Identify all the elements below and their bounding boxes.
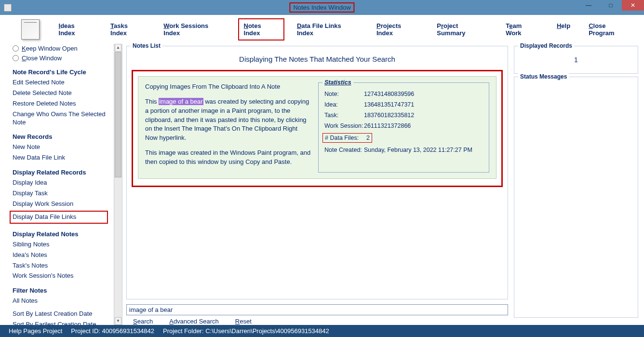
search-button[interactable]: Search <box>133 318 153 325</box>
maximize-button[interactable]: □ <box>600 0 622 11</box>
nav-ideas-index[interactable]: Ideas Index <box>59 22 93 37</box>
stat-work-session: Work Session:26111321372866 <box>324 122 484 129</box>
notes-list-heading: Displaying The Notes That Matched Your S… <box>132 55 503 63</box>
link-sort-earliest[interactable]: Sort By Earilest Creation Date <box>13 321 114 325</box>
reset-button[interactable]: Reset <box>235 318 252 325</box>
status-messages-legend: Status Messages <box>518 73 569 80</box>
link-display-idea[interactable]: Display Idea <box>13 179 114 187</box>
displayed-records-value: 1 <box>519 51 633 68</box>
link-change-owner[interactable]: Change Who Owns The Selected Note <box>13 110 114 127</box>
statusbar-project-name: Help Pages Project <box>9 327 62 335</box>
nav-data-file-links-index[interactable]: Data File Links Index <box>297 22 358 37</box>
link-restore-deleted-notes[interactable]: Restore Deleted Notes <box>13 100 114 108</box>
radio-close-window[interactable]: Close Window <box>13 54 114 62</box>
search-area: Search Advanced Search Reset <box>126 304 508 325</box>
link-work-sessions-notes[interactable]: Work Session's Notes <box>13 272 114 280</box>
search-highlight: image of a bear <box>159 98 203 105</box>
stat-idea: Idea:136481351747371 <box>324 101 484 108</box>
window-titlebar: Notes Index Window — □ ✕ <box>0 0 644 15</box>
notes-list-legend: Notes List <box>131 42 162 49</box>
stat-data-files: # Data Files:2 <box>322 133 372 143</box>
close-button[interactable]: ✕ <box>622 0 644 11</box>
displayed-records-legend: Displayed Records <box>518 42 574 49</box>
displayed-records-panel: Displayed Records 1 <box>514 46 638 74</box>
heading-filter-notes: Filter Notes <box>13 287 114 294</box>
top-navigation: Ideas Index Tasks Index Work Sessions In… <box>2 15 642 44</box>
note-record-highlight: Copying Images From The Clipboard Into A… <box>132 70 503 187</box>
radio-keep-window-open[interactable]: Keep Window Open <box>13 45 114 52</box>
note-paragraph-2: This image was created in the Windows Pa… <box>145 148 311 167</box>
link-sort-latest[interactable]: Sort By Latest Creation Date <box>13 310 114 318</box>
window-controls: — □ ✕ <box>577 0 644 11</box>
stat-task: Task:183760182335812 <box>324 112 484 119</box>
nav-close-program[interactable]: Close Program <box>589 22 632 37</box>
nav-notes-index[interactable]: Notes Index <box>238 18 284 40</box>
link-display-work-session[interactable]: Display Work Session <box>13 200 114 208</box>
note-record[interactable]: Copying Images From The Clipboard Into A… <box>138 76 496 179</box>
statistics-panel: Statistics Note:127431480839596 Idea:136… <box>318 82 489 173</box>
link-new-data-file-link[interactable]: New Data File Link <box>13 154 114 162</box>
link-new-note[interactable]: New Note <box>13 143 114 151</box>
link-sibling-notes[interactable]: Sibling Notes <box>13 241 114 249</box>
notes-list-panel: Notes List Displaying The Notes That Mat… <box>126 46 508 299</box>
app-icon <box>4 4 12 12</box>
status-bar: Help Pages Project Project ID: 400956931… <box>0 325 644 337</box>
scroll-up-icon[interactable]: ▲ <box>115 44 121 52</box>
link-ideas-notes[interactable]: Idea's Notes <box>13 251 114 259</box>
nav-projects-index[interactable]: Projects Index <box>376 22 418 37</box>
link-edit-selected-note[interactable]: Edit Selected Note <box>13 79 114 87</box>
note-paragraph-1: This image of a bear was created by sele… <box>145 97 311 143</box>
search-input[interactable] <box>126 304 508 315</box>
advanced-search-button[interactable]: Advanced Search <box>169 318 219 325</box>
nav-work-sessions-index[interactable]: Work Sessions Index <box>163 22 225 37</box>
stat-note: Note:127431480839596 <box>324 91 484 97</box>
scroll-down-icon[interactable]: ▼ <box>115 317 121 325</box>
link-tasks-notes[interactable]: Task's Notes <box>13 262 114 270</box>
window-title: Notes Index Window <box>289 4 354 11</box>
heading-display-related-notes: Display Related Notes <box>13 230 114 238</box>
heading-new-records: New Records <box>13 133 114 140</box>
link-all-notes[interactable]: All Notes <box>13 297 114 305</box>
sidebar-scrollbar[interactable]: ▲ ▼ <box>114 44 122 325</box>
note-body: Copying Images From The Clipboard Into A… <box>145 82 311 173</box>
link-display-task[interactable]: Display Task <box>13 189 114 198</box>
statusbar-project-id: Project ID: 400956931534842 <box>71 327 154 335</box>
statistics-legend: Statistics <box>322 79 353 86</box>
document-icon <box>21 19 40 40</box>
note-title: Copying Images From The Clipboard Into A… <box>145 82 311 92</box>
heading-note-lifecycle: Note Record's Life Cycle <box>13 68 114 76</box>
status-messages-panel: Status Messages <box>514 77 638 318</box>
heading-display-related-records: Display Related Records <box>13 169 114 176</box>
stat-note-created: Note Created:Sunday, February 13, 2022 1… <box>324 147 484 153</box>
sidebar: Keep Window Open Close Window Note Recor… <box>2 44 114 325</box>
nav-help[interactable]: Help <box>557 22 570 37</box>
link-delete-selected-note[interactable]: Delete Selected Note <box>13 89 114 97</box>
statusbar-project-folder: Project Folder: C:\Users\Darren\Projects… <box>163 327 329 335</box>
nav-tasks-index[interactable]: Tasks Index <box>110 22 145 37</box>
nav-project-summary[interactable]: Project Summary <box>437 22 487 37</box>
minimize-button[interactable]: — <box>577 0 600 11</box>
nav-team-work[interactable]: Team Work <box>506 22 538 37</box>
scrollbar-thumb[interactable] <box>115 52 121 177</box>
link-display-data-file-links[interactable]: Display Data File Links <box>10 211 108 224</box>
